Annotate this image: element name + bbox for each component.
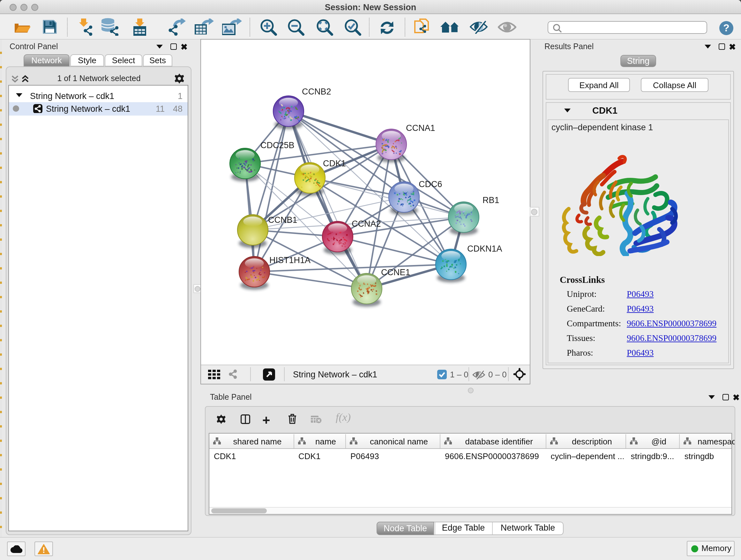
svg-text:CCNA1: CCNA1 — [406, 123, 435, 133]
svg-text:CCNE1: CCNE1 — [381, 267, 410, 277]
svg-text:CDK1: CDK1 — [323, 159, 346, 168]
svg-text:RB1: RB1 — [482, 195, 499, 205]
svg-text:CCNB2: CCNB2 — [302, 87, 331, 97]
svg-text:CDKN1A: CDKN1A — [467, 244, 502, 253]
svg-text:CCNB1: CCNB1 — [268, 215, 297, 225]
svg-text:CCNA2: CCNA2 — [352, 219, 381, 229]
svg-text:HIST1H1A: HIST1H1A — [269, 255, 311, 265]
svg-text:CDC25B: CDC25B — [260, 140, 294, 150]
svg-text:CDC6: CDC6 — [419, 179, 442, 189]
